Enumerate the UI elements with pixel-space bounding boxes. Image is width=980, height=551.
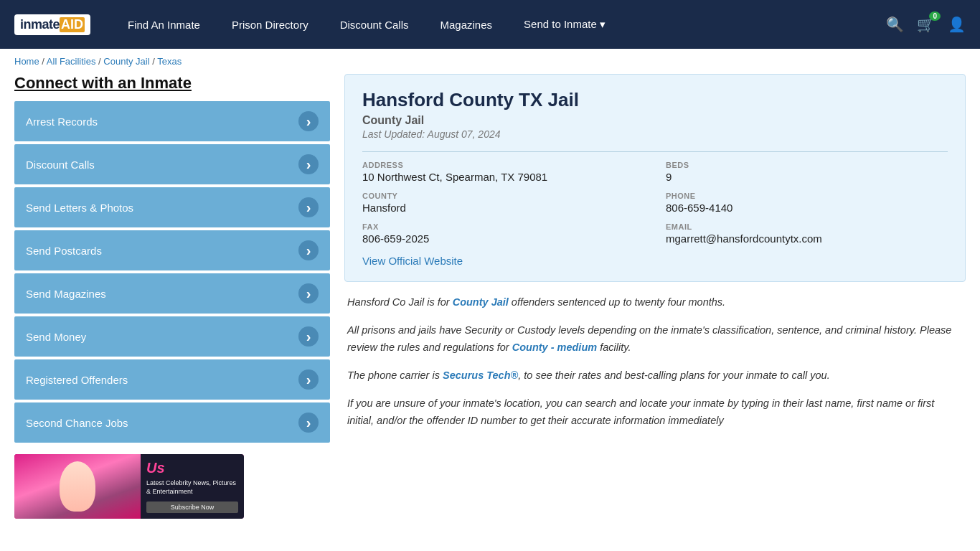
county-value: Hansford: [362, 202, 644, 214]
arrow-icon: [298, 240, 319, 260]
ad-subscribe-button[interactable]: Subscribe Now: [146, 501, 238, 513]
desc-para2-post: facility.: [597, 342, 631, 353]
sidebar-item-arrest-records[interactable]: Arrest Records: [14, 101, 330, 141]
county-group: COUNTY Hansford: [362, 192, 644, 214]
facility-type: County Jail: [362, 114, 948, 127]
logo-aid-text: AID: [60, 17, 85, 32]
address-group: ADDRESS 10 Northwest Ct, Spearman, TX 79…: [362, 161, 644, 183]
sidebar-item-label: Arrest Records: [26, 116, 98, 128]
nav-find-an-inmate[interactable]: Find An Inmate: [112, 0, 216, 49]
sidebar-item-label: Send Magazines: [26, 288, 106, 300]
navbar-links: Find An Inmate Prison Directory Discount…: [112, 0, 886, 49]
description-para2: All prisons and jails have Security or C…: [347, 321, 963, 357]
search-icon[interactable]: 🔍: [886, 16, 904, 33]
county-jail-link[interactable]: County Jail: [453, 296, 509, 308]
beds-value: 9: [666, 171, 948, 183]
fax-value: 806-659-2025: [362, 232, 644, 245]
view-website-link[interactable]: View Official Website: [362, 255, 463, 267]
navbar: inmateAID Find An Inmate Prison Director…: [0, 0, 980, 49]
email-value: mgarrett@hansfordcountytx.com: [666, 232, 948, 245]
beds-group: BEDS 9: [666, 161, 948, 183]
sidebar: Connect with an Inmate Arrest Records Di…: [14, 74, 330, 519]
nav-send-to-inmate[interactable]: Send to Inmate ▾: [508, 0, 621, 49]
breadcrumb: Home / All Facilities / County Jail / Te…: [0, 49, 980, 74]
desc-para2-pre: All prisons and jails have Security or C…: [347, 324, 951, 354]
facility-updated: Last Updated: August 07, 2024: [362, 128, 948, 140]
description-section: Hansford Co Jail is for County Jail offe…: [344, 293, 966, 430]
sidebar-item-discount-calls[interactable]: Discount Calls: [14, 144, 330, 184]
desc-para3-pre: The phone carrier is: [347, 369, 443, 381]
fax-label: FAX: [362, 222, 644, 231]
securus-link[interactable]: Securus Tech®: [443, 369, 518, 381]
description-para4: If you are unsure of your inmate's locat…: [347, 395, 963, 430]
sidebar-item-label: Send Postcards: [26, 245, 102, 257]
address-label: ADDRESS: [362, 161, 644, 169]
email-group: EMAIL mgarrett@hansfordcountytx.com: [666, 222, 948, 245]
county-medium-link[interactable]: County - medium: [512, 342, 597, 353]
county-label: COUNTY: [362, 192, 644, 200]
sidebar-ad[interactable]: Us Latest Celebrity News, Pictures & Ent…: [14, 454, 244, 519]
ad-text-area: Us Latest Celebrity News, Pictures & Ent…: [141, 454, 244, 519]
beds-label: BEDS: [666, 161, 948, 169]
sidebar-item-send-postcards[interactable]: Send Postcards: [14, 230, 330, 270]
sidebar-item-label: Send Letters & Photos: [26, 202, 133, 214]
nav-magazines[interactable]: Magazines: [425, 0, 509, 49]
phone-label: PHONE: [666, 192, 948, 200]
facility-card: Hansford County TX Jail County Jail Last…: [344, 74, 966, 282]
facility-divider: [362, 151, 948, 152]
sidebar-item-label: Second Chance Jobs: [26, 417, 128, 429]
desc-para3-post: , to see their rates and best-calling pl…: [518, 369, 829, 381]
cart-badge: 0: [929, 11, 941, 21]
sidebar-item-send-magazines[interactable]: Send Magazines: [14, 273, 330, 314]
fax-group: FAX 806-659-2025: [362, 222, 644, 245]
breadcrumb-texas[interactable]: Texas: [157, 56, 182, 67]
ad-brand: Us: [146, 460, 238, 476]
breadcrumb-home[interactable]: Home: [14, 56, 39, 67]
desc-para1-post: offenders sentenced up to twenty four mo…: [509, 296, 725, 308]
sidebar-item-send-letters[interactable]: Send Letters & Photos: [14, 187, 330, 227]
sidebar-item-second-chance-jobs[interactable]: Second Chance Jobs: [14, 402, 330, 443]
sidebar-menu: Arrest Records Discount Calls Send Lette…: [14, 101, 330, 443]
nav-discount-calls[interactable]: Discount Calls: [324, 0, 425, 49]
ad-tagline: Latest Celebrity News, Pictures & Entert…: [146, 479, 238, 496]
sidebar-item-label: Registered Offenders: [26, 374, 128, 386]
arrow-icon: [298, 197, 319, 217]
navbar-icons: 🔍 🛒 0 👤: [886, 16, 966, 33]
cart-icon[interactable]: 🛒 0: [917, 16, 935, 33]
phone-value: 806-659-4140: [666, 202, 948, 214]
phone-group: PHONE 806-659-4140: [666, 192, 948, 214]
logo-inmate-text: inmate: [20, 17, 60, 32]
ad-image: [14, 454, 141, 519]
main-content: Hansford County TX Jail County Jail Last…: [344, 74, 966, 519]
main-layout: Connect with an Inmate Arrest Records Di…: [0, 74, 980, 519]
breadcrumb-all-facilities[interactable]: All Facilities: [47, 56, 96, 67]
logo[interactable]: inmateAID: [14, 14, 90, 35]
facility-info-grid: ADDRESS 10 Northwest Ct, Spearman, TX 79…: [362, 161, 948, 245]
arrow-icon: [298, 283, 319, 303]
sidebar-title: Connect with an Inmate: [14, 74, 330, 93]
arrow-icon: [298, 154, 319, 174]
sidebar-item-registered-offenders[interactable]: Registered Offenders: [14, 359, 330, 400]
arrow-icon: [298, 413, 319, 433]
description-para3: The phone carrier is Securus Tech®, to s…: [347, 367, 963, 385]
nav-prison-directory[interactable]: Prison Directory: [216, 0, 324, 49]
arrow-icon: [298, 111, 319, 131]
arrow-icon: [298, 326, 319, 347]
sidebar-item-send-money[interactable]: Send Money: [14, 316, 330, 357]
sidebar-item-label: Discount Calls: [26, 159, 95, 171]
email-label: EMAIL: [666, 222, 948, 231]
breadcrumb-county-jail[interactable]: County Jail: [103, 56, 149, 67]
facility-name: Hansford County TX Jail: [362, 89, 948, 111]
desc-para1-pre: Hansford Co Jail is for: [347, 296, 453, 308]
user-icon[interactable]: 👤: [948, 16, 966, 33]
arrow-icon: [298, 369, 319, 390]
address-value: 10 Northwest Ct, Spearman, TX 79081: [362, 171, 644, 183]
sidebar-item-label: Send Money: [26, 331, 86, 343]
description-para1: Hansford Co Jail is for County Jail offe…: [347, 293, 963, 311]
